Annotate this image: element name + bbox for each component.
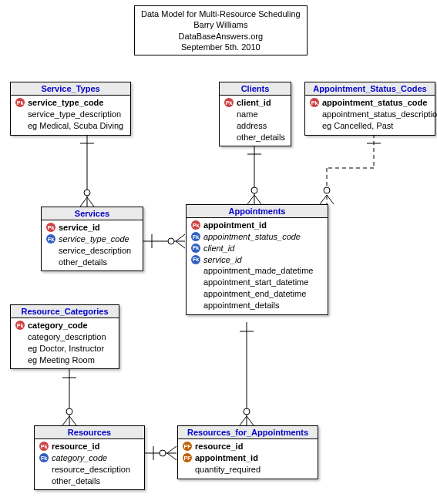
svg-line-19 — [176, 234, 185, 241]
attribute-row: Pkappointment_id — [190, 220, 324, 231]
key-spacer — [181, 465, 193, 474]
pk-key-icon: Pk — [190, 220, 202, 230]
attribute-name: service_description — [59, 245, 131, 257]
attribute-name: client_id — [203, 243, 234, 254]
svg-point-9 — [251, 187, 257, 193]
entity-header: Service_Types — [11, 82, 130, 96]
attribute-name: appointment_end_datetime — [203, 288, 306, 300]
entity-header: Clients — [220, 82, 291, 96]
attribute-name: category_description — [28, 331, 106, 343]
pk-key-icon: Pk — [45, 223, 57, 232]
attribute-row: other_details — [38, 475, 141, 487]
fk-key-icon: Fk — [45, 234, 57, 244]
pk-key-icon: Pk — [14, 98, 26, 107]
key-spacer — [190, 301, 202, 310]
title-line-2: Barry Williams — [141, 19, 301, 30]
attribute-name: other_details — [59, 257, 107, 268]
svg-point-26 — [66, 408, 72, 415]
attribute-row: PFresource_id — [181, 441, 314, 452]
attribute-name: eg Medical, Scuba Diving — [28, 120, 123, 132]
svg-line-14 — [320, 195, 327, 204]
fk-key-icon: Fk — [190, 232, 202, 241]
attribute-name: appointment_details — [203, 300, 279, 311]
attribute-name: service_id — [203, 254, 242, 266]
key-spacer — [14, 344, 26, 353]
attribute-name: service_id — [59, 222, 100, 234]
attribute-name: quantity_required — [195, 464, 261, 475]
entity-appointments: Appointments Pkappointment_idFkappointme… — [186, 204, 328, 315]
svg-line-7 — [247, 195, 254, 204]
attribute-row: Pkcategory_code — [14, 320, 116, 331]
entity-service-types: Service_Types Pkservice_type_codeservice… — [10, 82, 131, 136]
svg-line-29 — [167, 446, 176, 453]
key-spacer — [45, 246, 57, 255]
fk-key-icon: Fk — [190, 255, 202, 264]
key-spacer — [190, 289, 202, 298]
svg-line-2 — [80, 197, 87, 207]
attribute-row: Pkclient_id — [223, 97, 287, 109]
svg-point-36 — [244, 408, 250, 415]
attribute-name: other_details — [237, 132, 285, 143]
attribute-row: service_description — [45, 245, 140, 257]
attribute-row: other_details — [45, 257, 140, 268]
attribute-row: Pkresource_id — [38, 441, 141, 452]
attribute-name: appointment_id — [203, 220, 267, 231]
pf-key-icon: PF — [181, 453, 193, 462]
pk-key-icon: Pk — [38, 442, 50, 451]
svg-line-20 — [176, 241, 185, 248]
svg-line-30 — [167, 453, 176, 460]
attribute-row: Pkservice_id — [45, 222, 140, 234]
attribute-row: Pkservice_type_code — [14, 97, 127, 109]
key-spacer — [14, 121, 26, 130]
svg-point-21 — [168, 238, 174, 244]
attribute-name: appointment_made_datetime — [203, 265, 313, 277]
title-line-3: DataBaseAnswers.org — [141, 31, 301, 42]
entity-resources-for-appointments: Resources_for_Appointments PFresource_id… — [177, 425, 318, 479]
attribute-row: address — [223, 120, 287, 132]
entity-header: Services — [42, 207, 143, 220]
attribute-name: eg Cancelled, Past — [322, 120, 393, 132]
entity-header: Resource_Categories — [11, 305, 119, 318]
entity-body: Pkresource_idFkcategory_coderesource_des… — [35, 439, 144, 489]
attribute-name: appointment_status_description — [322, 109, 437, 120]
entity-appointment-status-codes: Appointment_Status_Codes Pkappointment_s… — [304, 82, 435, 136]
title-line-4: September 5th. 2010 — [141, 42, 301, 52]
attribute-row: category_description — [14, 331, 116, 343]
entity-body: Pkservice_type_codeservice_type_descript… — [11, 96, 130, 135]
attribute-name: resource_description — [52, 464, 130, 475]
svg-line-3 — [87, 197, 94, 207]
entity-header: Appointments — [187, 205, 328, 218]
svg-point-31 — [160, 450, 166, 456]
attribute-row: Fkservice_id — [190, 254, 324, 266]
attribute-row: other_details — [223, 132, 287, 143]
attribute-row: PFappointment_id — [181, 452, 314, 464]
attribute-row: name — [223, 109, 287, 120]
attribute-name: service_type_code — [59, 234, 129, 245]
attribute-name: name — [237, 109, 258, 120]
key-spacer — [223, 121, 235, 130]
key-spacer — [45, 257, 57, 267]
title-line-1: Data Model for Multi-Resource Scheduling — [141, 8, 301, 19]
svg-point-16 — [324, 187, 330, 193]
key-spacer — [38, 465, 50, 474]
attribute-row: eg Doctor, Instructor — [14, 343, 116, 354]
attribute-row: eg Meeting Room — [14, 354, 116, 366]
pk-key-icon: Pk — [14, 321, 26, 330]
attribute-name: address — [237, 120, 267, 132]
entity-body: Pkappointment_idFkappointment_status_cod… — [187, 218, 328, 314]
attribute-name: category_code — [52, 452, 107, 464]
entity-body: Pkservice_idFkservice_type_codeservice_d… — [42, 220, 143, 270]
entity-body: Pkappointment_status_codeappointment_sta… — [305, 96, 435, 135]
attribute-row: Fkclient_id — [190, 243, 324, 254]
attribute-name: resource_id — [195, 441, 243, 452]
key-spacer — [223, 109, 235, 119]
entity-clients: Clients Pkclient_idnameaddressother_deta… — [219, 82, 291, 146]
key-spacer — [308, 109, 321, 119]
pf-key-icon: PF — [181, 442, 193, 451]
attribute-row: Pkappointment_status_code — [308, 97, 432, 109]
attribute-row: quantity_required — [181, 464, 314, 475]
svg-line-15 — [327, 195, 334, 204]
attribute-row: eg Cancelled, Past — [308, 120, 432, 132]
attribute-name: other_details — [52, 475, 100, 487]
attribute-row: service_type_description — [14, 109, 127, 120]
